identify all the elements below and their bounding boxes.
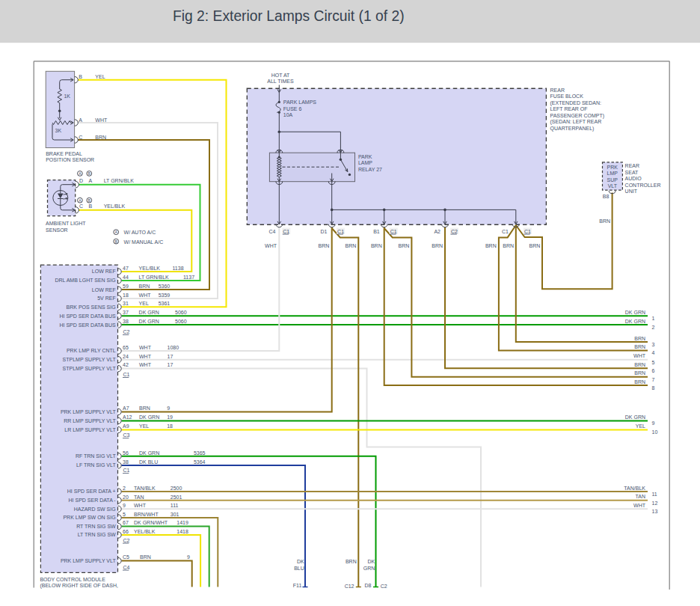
svg-text:REAR: REAR	[550, 88, 565, 93]
svg-text:SEAT: SEAT	[625, 170, 639, 175]
svg-text:3K: 3K	[55, 128, 62, 133]
svg-text:WHT: WHT	[139, 354, 152, 359]
svg-text:7: 7	[652, 377, 655, 382]
svg-text:5360: 5360	[159, 284, 171, 289]
svg-text:C12: C12	[345, 584, 354, 589]
svg-text:59: 59	[123, 284, 129, 289]
svg-text:BRK POS SENS SIG: BRK POS SENS SIG	[67, 304, 116, 310]
svg-text:5: 5	[652, 360, 655, 365]
svg-text:D: D	[79, 178, 83, 183]
svg-text:BRN: BRN	[139, 405, 150, 411]
svg-text:HI SPD SER DATA +: HI SPD SER DATA +	[67, 489, 116, 494]
svg-text:PRK LMP SUPPLY VLT: PRK LMP SUPPLY VLT	[61, 409, 117, 414]
svg-text:9: 9	[187, 554, 190, 560]
svg-text:C4: C4	[269, 229, 276, 234]
svg-text:A12: A12	[123, 414, 132, 420]
svg-text:BRN: BRN	[432, 243, 443, 248]
svg-text:VLT: VLT	[608, 183, 618, 189]
svg-text:C2: C2	[123, 538, 130, 543]
svg-text:HOT AT: HOT AT	[271, 73, 290, 78]
svg-text:1K: 1K	[64, 94, 70, 99]
svg-text:5: 5	[123, 512, 126, 517]
svg-text:AMBIENT LIGHT: AMBIENT LIGHT	[46, 221, 86, 226]
svg-text:2501: 2501	[171, 495, 182, 500]
svg-text:LOW REF: LOW REF	[92, 287, 116, 293]
svg-text:66: 66	[123, 529, 129, 534]
svg-text:WHT: WHT	[139, 293, 152, 298]
svg-text:WHT: WHT	[95, 117, 108, 123]
svg-text:B: B	[88, 198, 91, 203]
svg-text:C1: C1	[502, 229, 509, 234]
svg-text:D8: D8	[364, 583, 371, 588]
svg-text:W/ AUTO A/C: W/ AUTO A/C	[124, 230, 156, 235]
svg-text:1419: 1419	[176, 520, 188, 525]
svg-text:LMP: LMP	[607, 171, 618, 176]
svg-text:A7: A7	[123, 405, 129, 411]
svg-text:TAN: TAN	[134, 495, 144, 500]
svg-text:SENSOR: SENSOR	[46, 227, 68, 233]
svg-text:(BELOW RIGHT SIDE OF DASH,: (BELOW RIGHT SIDE OF DASH,	[40, 583, 118, 589]
svg-text:BRN: BRN	[599, 218, 610, 224]
svg-text:17: 17	[168, 354, 174, 359]
svg-text:YEL/BLK: YEL/BLK	[139, 266, 161, 271]
svg-text:WHT: WHT	[134, 503, 147, 508]
svg-text:A: A	[79, 117, 82, 123]
svg-text:1137: 1137	[183, 275, 194, 280]
svg-text:B: B	[88, 171, 91, 176]
svg-text:38: 38	[123, 459, 129, 465]
svg-text:5359: 5359	[159, 293, 171, 298]
svg-text:GRN: GRN	[363, 566, 375, 571]
svg-text:LOW REF: LOW REF	[92, 269, 116, 274]
svg-text:DK GRN: DK GRN	[139, 319, 159, 324]
svg-text:DK GRN: DK GRN	[139, 414, 159, 420]
svg-text:18: 18	[167, 423, 173, 429]
svg-text:TAN/BLK: TAN/BLK	[134, 486, 156, 491]
svg-text:8: 8	[652, 385, 655, 391]
svg-text:WHT: WHT	[633, 353, 646, 358]
svg-text:BRN: BRN	[140, 554, 151, 560]
svg-text:65: 65	[123, 345, 129, 350]
svg-text:38: 38	[123, 319, 129, 324]
svg-text:DK GRN: DK GRN	[625, 414, 645, 420]
svg-text:C1: C1	[337, 229, 344, 234]
svg-text:5060: 5060	[175, 310, 187, 315]
svg-text:B1: B1	[373, 229, 380, 234]
svg-text:A: A	[89, 178, 93, 183]
svg-text:YEL: YEL	[95, 74, 105, 79]
svg-text:A2: A2	[434, 229, 440, 234]
svg-text:A9: A9	[123, 423, 129, 429]
svg-text:STPLMP SUPPLY VLT: STPLMP SUPPLY VLT	[63, 357, 117, 362]
svg-text:LAMP: LAMP	[358, 160, 372, 165]
svg-text:C1: C1	[123, 372, 130, 377]
svg-text:LT GRN/BLK: LT GRN/BLK	[104, 178, 135, 183]
svg-text:DK GRN: DK GRN	[139, 310, 159, 315]
svg-text:C1: C1	[524, 229, 531, 234]
svg-text:PRK LMP SUPPLY VLT: PRK LMP SUPPLY VLT	[61, 558, 117, 563]
svg-text:DK GRN: DK GRN	[625, 310, 645, 315]
svg-text:RF TRN SIG VLT: RF TRN SIG VLT	[76, 453, 117, 459]
svg-text:37: 37	[123, 310, 129, 315]
svg-text:67: 67	[123, 520, 129, 525]
svg-text:9: 9	[123, 503, 126, 508]
svg-text:11: 11	[652, 492, 657, 497]
svg-text:FUSE BLOCK: FUSE BLOCK	[550, 94, 584, 99]
svg-text:LF TRN SIG VLT: LF TRN SIG VLT	[76, 462, 116, 468]
svg-text:6: 6	[652, 368, 655, 373]
svg-text:BRN: BRN	[139, 284, 150, 289]
svg-text:PASSENGER COMPT): PASSENGER COMPT)	[550, 113, 605, 119]
svg-text:42: 42	[123, 362, 129, 367]
svg-text:2500: 2500	[171, 486, 182, 491]
svg-text:DK GRN/WHT: DK GRN/WHT	[134, 520, 168, 525]
svg-text:PRK: PRK	[607, 165, 618, 170]
svg-text:LR LMP SUPPLY VLT: LR LMP SUPPLY VLT	[64, 427, 116, 432]
svg-text:UNIT: UNIT	[625, 189, 638, 194]
svg-text:TAN/BLK: TAN/BLK	[624, 486, 645, 491]
svg-text:C5: C5	[123, 554, 129, 560]
svg-text:BRN: BRN	[634, 362, 645, 367]
svg-text:HI SPD SER DATA -: HI SPD SER DATA -	[69, 498, 117, 503]
svg-text:BRN: BRN	[319, 243, 330, 248]
svg-text:STPLMP SUPPLY VLT: STPLMP SUPPLY VLT	[63, 366, 117, 371]
svg-text:C1: C1	[390, 229, 397, 234]
svg-text:C3: C3	[123, 432, 130, 438]
svg-text:56: 56	[123, 450, 129, 456]
